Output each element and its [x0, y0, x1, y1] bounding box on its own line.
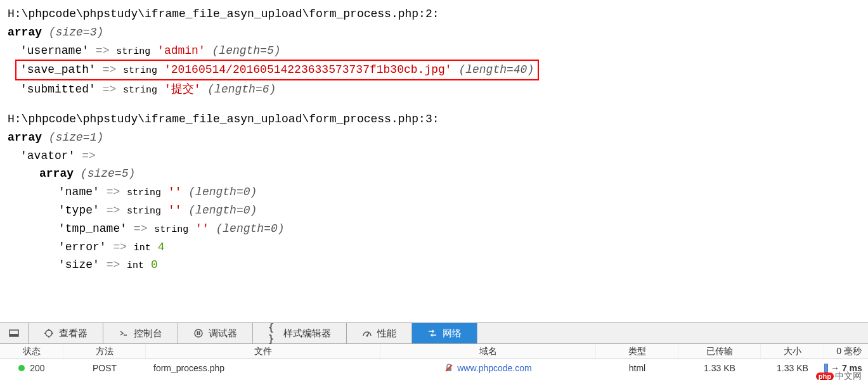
tab-performance[interactable]: 性能 — [347, 323, 412, 343]
cell-status: 200 — [0, 363, 63, 373]
arrow: => — [96, 44, 110, 57]
arrow: => — [103, 83, 117, 96]
arrow: => — [107, 204, 120, 217]
arrow: => — [134, 222, 148, 235]
dock-button[interactable] — [0, 323, 29, 343]
key: 'size' — [58, 258, 100, 271]
svg-point-8 — [195, 329, 202, 337]
value: '' — [195, 222, 209, 235]
type: string — [116, 46, 150, 57]
value: 'admin' — [157, 44, 205, 57]
type: string — [127, 188, 161, 198]
tab-inspector[interactable]: 查看器 — [29, 323, 103, 343]
arrow: => — [107, 186, 120, 198]
col-zero-ms[interactable]: 0 毫秒 — [824, 344, 868, 359]
size-label: (size=3) — [49, 26, 103, 39]
network-icon — [427, 328, 437, 338]
col-type[interactable]: 类型 — [596, 344, 678, 359]
key: 'tmp_name' — [58, 222, 127, 235]
arrow: => — [103, 63, 117, 76]
debugger-icon — [193, 328, 204, 338]
svg-rect-9 — [197, 331, 198, 335]
highlighted-row: 'save_path' => string '20160514/20160514… — [15, 60, 539, 80]
cell-file: form_process.php — [146, 363, 380, 373]
inner-size-label: (size=5) — [81, 167, 135, 180]
style-icon: { } — [268, 328, 278, 338]
length: (length=0) — [188, 204, 257, 217]
cell-method: POST — [63, 363, 146, 373]
tab-label: 查看器 — [59, 328, 87, 340]
size-label: (size=1) — [49, 131, 103, 144]
col-method[interactable]: 方法 — [63, 344, 146, 359]
tab-network[interactable]: 网络 — [412, 323, 477, 343]
value: '' — [168, 186, 182, 198]
tab-label: 控制台 — [134, 328, 162, 340]
network-table-header: 状态 方法 文件 域名 类型 已传输 大小 0 毫秒 — [0, 344, 868, 359]
length: (length=0) — [216, 222, 285, 235]
cell-transferred: 1.33 KB — [678, 363, 761, 373]
tab-label: 性能 — [377, 328, 396, 340]
length: (length=40) — [458, 63, 534, 76]
watermark: php 中文网 — [816, 371, 862, 382]
type: string — [123, 65, 157, 76]
array-label: array — [8, 131, 42, 144]
length: (length=6) — [207, 83, 276, 96]
console-icon — [119, 328, 129, 338]
value: '20160514/20160514223633573737f1b30cb.jp… — [164, 63, 452, 76]
key: 'error' — [58, 241, 107, 253]
col-domain[interactable]: 域名 — [380, 344, 596, 359]
performance-icon — [362, 328, 372, 338]
key: 'avator' — [20, 150, 75, 162]
key: 'save_path' — [20, 63, 96, 76]
key: 'name' — [58, 186, 100, 198]
svg-rect-10 — [199, 331, 200, 335]
key: 'username' — [20, 44, 89, 57]
tab-label: 调试器 — [209, 328, 237, 340]
col-transferred[interactable]: 已传输 — [678, 344, 761, 359]
tab-console[interactable]: 控制台 — [103, 323, 178, 343]
devtools-toolbar: 查看器 控制台 调试器 { } 样式编辑器 性能 网络 — [0, 322, 868, 344]
value: '' — [168, 204, 182, 217]
network-request-row[interactable]: 200 POST form_process.php www.phpcode.co… — [0, 360, 868, 376]
svg-point-2 — [46, 330, 52, 336]
col-file[interactable]: 文件 — [146, 344, 380, 359]
col-size[interactable]: 大小 — [761, 344, 824, 359]
file-path-2: H:\phpcode\phpstudy\iframe_file_asyn_upl… — [8, 110, 860, 129]
type: int — [134, 243, 151, 253]
key: 'type' — [58, 204, 100, 217]
arrow: => — [107, 258, 120, 271]
status-dot-icon — [18, 365, 25, 371]
type: int — [127, 260, 144, 271]
cell-size: 1.33 KB — [761, 363, 824, 373]
arrow: => — [82, 150, 96, 162]
file-path-1: H:\phpcode\phpstudy\iframe_file_asyn_upl… — [8, 5, 860, 23]
intval: 0 — [151, 258, 158, 271]
cell-domain: www.phpcode.com — [380, 363, 596, 373]
type: string — [123, 85, 157, 96]
type: string — [154, 224, 188, 235]
array-label: array — [8, 26, 42, 39]
tab-label: 样式编辑器 — [283, 328, 331, 340]
inspector-icon — [44, 328, 54, 338]
length: (length=5) — [212, 44, 281, 57]
insecure-icon — [444, 364, 453, 372]
value: '提交' — [164, 83, 201, 96]
tab-debugger[interactable]: 调试器 — [178, 323, 253, 343]
intval: 4 — [158, 241, 165, 253]
var-dump-output: H:\phpcode\phpstudy\iframe_file_asyn_upl… — [0, 0, 868, 274]
key: 'submitted' — [20, 83, 96, 96]
length: (length=0) — [188, 186, 257, 198]
cell-type: html — [596, 363, 678, 373]
tab-label: 网络 — [443, 328, 462, 340]
col-status[interactable]: 状态 — [0, 344, 63, 359]
arrow: => — [113, 241, 127, 253]
dock-icon — [9, 328, 19, 338]
tab-style-editor[interactable]: { } 样式编辑器 — [253, 323, 347, 343]
inner-array-label: array — [39, 167, 74, 180]
svg-point-12 — [366, 335, 368, 337]
type: string — [127, 206, 161, 217]
watermark-logo: php — [816, 372, 834, 380]
svg-rect-1 — [10, 334, 18, 336]
watermark-text: 中文网 — [835, 371, 862, 382]
